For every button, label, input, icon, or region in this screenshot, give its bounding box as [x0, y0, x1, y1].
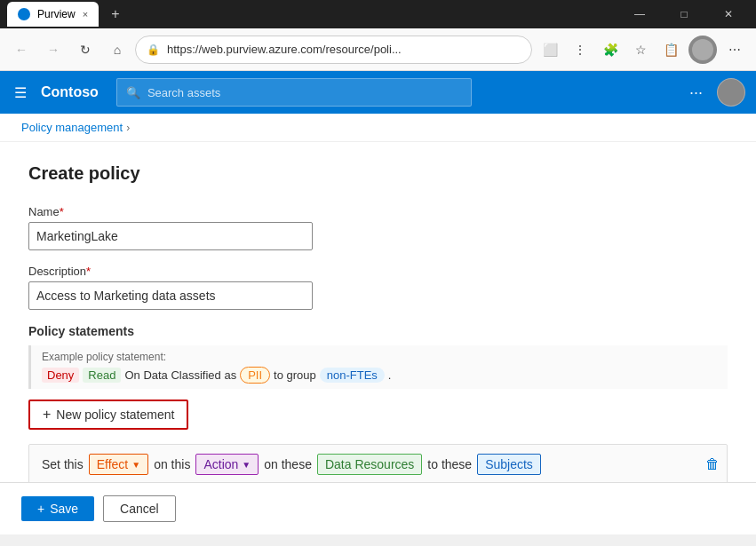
example-non-ftes-tag: non-FTEs	[320, 368, 385, 383]
lock-icon: 🔒	[147, 44, 160, 56]
address-bar[interactable]: 🔒 https://web.purview.azure.com/resource…	[135, 36, 532, 64]
name-input[interactable]	[28, 222, 313, 250]
policy-statements-section: Policy statements Example policy stateme…	[28, 324, 728, 482]
favorites-button[interactable]: ☆	[626, 36, 655, 64]
description-field-group: Description*	[28, 265, 728, 310]
window-chrome-left: Purview × +	[7, 2, 119, 27]
subjects-label: Subjects	[485, 457, 533, 471]
browser-toolbar: ← → ↻ ⌂ 🔒 https://web.purview.azure.com/…	[0, 28, 756, 71]
new-policy-statement-button[interactable]: + New policy statement	[28, 400, 188, 430]
url-text: https://web.purview.azure.com/resource/p…	[167, 43, 521, 56]
action-label: Action	[203, 457, 238, 471]
tab-title: Purview	[37, 8, 76, 20]
subjects-dropdown[interactable]: Subjects	[477, 454, 541, 475]
data-resources-dropdown[interactable]: Data Resources	[317, 454, 422, 475]
search-bar[interactable]: 🔍 Search assets	[116, 78, 472, 107]
row-text-set-this: Set this	[42, 457, 84, 471]
example-deny-tag: Deny	[42, 368, 79, 383]
action-dropdown[interactable]: Action ▼	[195, 454, 259, 475]
delete-row-button[interactable]: 🗑	[705, 456, 720, 472]
effect-label: Effect	[97, 457, 129, 471]
browser-menu-button[interactable]: ⋮	[566, 36, 594, 64]
window-controls: — □ ✕	[619, 0, 749, 28]
row-text-on-these: on these	[264, 457, 312, 471]
name-field-group: Name*	[28, 205, 728, 250]
policy-statements-title: Policy statements	[28, 324, 728, 338]
cast-button[interactable]: ⬜	[536, 36, 564, 64]
example-text2: to group	[274, 368, 316, 382]
header-right: ···	[682, 78, 745, 107]
page-title: Create policy	[28, 163, 728, 184]
home-button[interactable]: ⌂	[103, 36, 131, 64]
browser-tab[interactable]: Purview ×	[7, 2, 99, 27]
example-statement: Deny Read On Data Classified as PII to g…	[42, 367, 717, 384]
plus-icon: +	[43, 407, 51, 423]
forward-button[interactable]: →	[39, 36, 68, 64]
action-dropdown-arrow: ▼	[242, 460, 251, 470]
effect-dropdown[interactable]: Effect ▼	[89, 454, 148, 475]
breadcrumb-separator: ›	[126, 122, 130, 134]
app-name: Contoso	[41, 84, 99, 100]
maximize-button[interactable]: □	[664, 0, 704, 28]
cancel-button[interactable]: Cancel	[103, 495, 176, 522]
row-text-on-this: on this	[154, 457, 190, 471]
footer: + Save Cancel	[0, 482, 756, 534]
search-placeholder: Search assets	[147, 86, 220, 99]
extensions-button[interactable]: 🧩	[596, 36, 625, 64]
app-header: ☰ Contoso 🔍 Search assets ···	[0, 71, 756, 114]
header-profile-avatar[interactable]	[717, 78, 745, 107]
more-button[interactable]: ⋯	[720, 36, 749, 64]
minimize-button[interactable]: —	[619, 0, 660, 28]
main-content: Create policy Name* Description* Policy …	[0, 142, 756, 482]
breadcrumb-policy-management[interactable]: Policy management	[21, 121, 123, 134]
hamburger-menu[interactable]: ☰	[11, 81, 30, 105]
resources-label: Data Resources	[325, 457, 414, 471]
example-read-tag: Read	[83, 368, 121, 383]
tab-close-button[interactable]: ×	[83, 9, 88, 20]
policy-statement-row: Set this Effect ▼ on this Action ▼ on th…	[28, 444, 728, 482]
breadcrumb-bar: Policy management ›	[0, 114, 756, 142]
effect-dropdown-arrow: ▼	[131, 460, 140, 470]
new-tab-button[interactable]: +	[111, 6, 119, 22]
example-label: Example policy statement:	[42, 351, 717, 363]
name-label: Name*	[28, 205, 728, 218]
example-pii-tag: PII	[240, 367, 270, 384]
collections-button[interactable]: 📋	[657, 36, 685, 64]
save-label: Save	[50, 502, 78, 516]
browser-profile[interactable]	[688, 36, 717, 64]
save-button[interactable]: + Save	[21, 496, 94, 521]
row-text-to-these: to these	[427, 457, 472, 471]
example-policy-box: Example policy statement: Deny Read On D…	[28, 345, 728, 389]
window-chrome: Purview × + — □ ✕	[0, 0, 756, 28]
description-input[interactable]	[28, 281, 313, 310]
back-button[interactable]: ←	[7, 36, 36, 64]
close-button[interactable]: ✕	[708, 0, 749, 28]
header-more-button[interactable]: ···	[682, 80, 710, 106]
search-icon: 🔍	[126, 86, 140, 99]
description-label: Description*	[28, 265, 728, 278]
example-text1: On Data Classified as	[124, 368, 236, 382]
tab-favicon	[18, 8, 30, 20]
example-dot: .	[388, 368, 392, 382]
new-policy-label: New policy statement	[56, 408, 174, 422]
toolbar-actions: ⬜ ⋮ 🧩 ☆ 📋	[536, 36, 685, 64]
profile-avatar-icon	[692, 39, 713, 60]
refresh-button[interactable]: ↻	[71, 36, 99, 64]
save-plus-icon: +	[37, 502, 44, 516]
